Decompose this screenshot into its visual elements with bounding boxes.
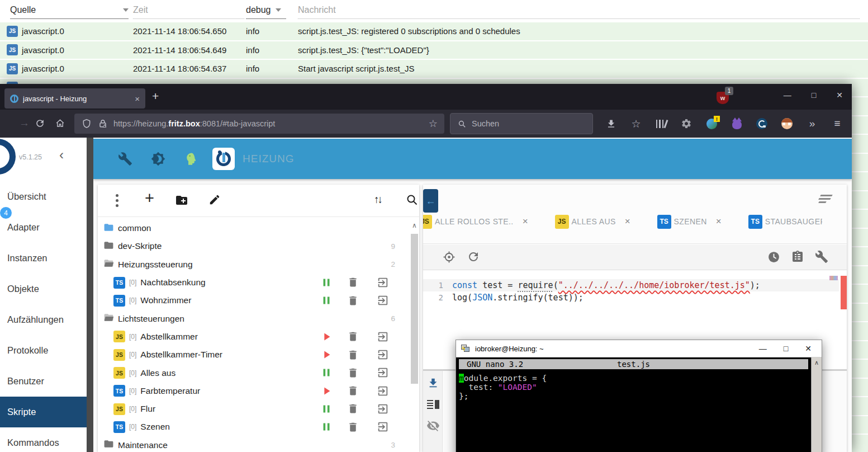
tab-menu-icon[interactable] (819, 195, 832, 205)
minimize-button[interactable]: — (784, 91, 791, 100)
brightness-icon[interactable] (151, 152, 165, 166)
home-button[interactable] (55, 118, 65, 131)
tree-scrollbar[interactable]: ∧ (410, 219, 419, 452)
script-pause-button[interactable] (320, 366, 333, 379)
sort-icon[interactable]: ↑↓ (374, 194, 381, 206)
tree-script-abstellkammer-timer[interactable]: JS[0]Abstellkammer-Timer (98, 346, 410, 364)
script-export-button[interactable] (377, 349, 389, 361)
script-export-button[interactable] (377, 276, 389, 289)
maximize-button[interactable]: □ (784, 344, 788, 353)
kebab-menu-icon[interactable] (116, 194, 118, 209)
tracking-shield-icon[interactable] (81, 118, 92, 129)
script-delete-button[interactable] (347, 276, 359, 289)
script-start-button[interactable] (320, 331, 333, 343)
sidebar-item-instanzen[interactable]: Instanzen (0, 243, 87, 274)
close-button[interactable]: ✕ (836, 91, 843, 100)
tree-folder-common[interactable]: common (98, 219, 410, 237)
script-delete-button[interactable] (347, 385, 359, 397)
add-script-button[interactable]: + (145, 189, 154, 208)
collapse-drawer-icon[interactable]: ‹ (59, 147, 64, 163)
script-pause-button[interactable] (320, 421, 333, 433)
minimize-button[interactable]: — (759, 344, 767, 353)
editor-tab-szenen[interactable]: TSSZENEN× (657, 215, 722, 229)
editor-tab-staubsauger[interactable]: TSSTAUBSAUGER (748, 215, 822, 229)
maximize-button[interactable]: □ (812, 91, 816, 100)
gear-extension-icon[interactable] (680, 117, 693, 130)
tree-script-abstellkammer[interactable]: JS[0]Abstellkammer (98, 328, 410, 346)
tree-script-szenen[interactable]: TS[0]Szenen (98, 418, 410, 436)
script-delete-button[interactable] (347, 403, 359, 415)
tree-folder-lichtsteuerungen[interactable]: Lichtsteuerungen6 (98, 309, 410, 327)
terminal-lines[interactable]: module.exports = { test: "LOADED"}; (459, 374, 808, 401)
script-export-button[interactable] (377, 294, 389, 307)
lock-circle-extension-icon[interactable] (755, 117, 769, 130)
script-delete-button[interactable] (347, 421, 359, 433)
locate-icon[interactable] (442, 250, 456, 266)
download-log-icon[interactable] (426, 376, 440, 390)
expert-head-icon[interactable] (184, 152, 198, 166)
tab-close-icon[interactable]: × (523, 216, 528, 227)
sidebar-item-skripte[interactable]: Skripte (0, 397, 87, 427)
script-delete-button[interactable] (347, 349, 359, 361)
log-lines-icon[interactable] (426, 398, 440, 411)
tree-script-wohnzimmer[interactable]: TS[0]Wohnzimmer (98, 291, 410, 309)
tree-script-flur[interactable]: JS[0]Flur (98, 400, 410, 418)
scroll-up-icon[interactable]: ∧ (812, 359, 822, 366)
script-pause-button[interactable] (320, 403, 333, 415)
bookmark-star-icon[interactable]: ☆ (429, 117, 438, 130)
script-export-button[interactable] (377, 385, 389, 397)
purple-cat-extension-icon[interactable] (730, 117, 743, 130)
avatar-extension-icon[interactable] (780, 117, 794, 130)
new-tab-button[interactable]: + (152, 90, 159, 103)
sidebar-item-objekte[interactable]: Objekte (0, 274, 87, 304)
script-export-button[interactable] (377, 403, 389, 415)
url-bar[interactable]: https://heizung.fritz.box:8081/#tab-java… (74, 114, 444, 134)
log-filter-message[interactable]: Nachricht (298, 5, 336, 15)
script-delete-button[interactable] (347, 331, 359, 343)
sidebar-item-protokolle[interactable]: Protokolle (0, 335, 87, 366)
settings-wrench-icon[interactable] (815, 250, 828, 266)
tree-folder-dev-skripte[interactable]: dev-Skripte9 (98, 237, 410, 255)
reload-button[interactable] (35, 118, 45, 131)
sidebar-item-übersicht[interactable]: Übersicht (0, 181, 87, 212)
globe-warning-extension-icon[interactable]: ! (705, 117, 718, 130)
script-start-button[interactable] (320, 349, 333, 361)
log-filter-level[interactable]: debug (246, 5, 281, 15)
library-icon[interactable] (654, 117, 668, 130)
clipboard-icon[interactable] (791, 250, 804, 266)
putty-titlebar[interactable]: ϟ iobroker@Heizung: ~ — □ ✕ (456, 340, 822, 357)
scroll-up-icon[interactable]: ∧ (410, 222, 419, 229)
lock-warning-icon[interactable] (97, 118, 108, 129)
tree-script-nachtabsenkung[interactable]: TS[0]Nachtabsenkung (98, 274, 410, 291)
refresh-icon[interactable] (467, 250, 480, 266)
script-export-button[interactable] (377, 421, 389, 433)
tree-folder-heizungssteuerung[interactable]: Heizungssteuerung2 (98, 256, 410, 274)
tree-script-alles-aus[interactable]: JS[0]Alles aus (98, 364, 410, 382)
bookmark-add-icon[interactable]: ☆ (629, 117, 643, 130)
editor-tab-alle-rollos-ste-[interactable]: JSALLE ROLLOS STE..× (423, 215, 528, 229)
log-filter-time[interactable]: Zeit (133, 5, 148, 15)
script-delete-button[interactable] (347, 366, 359, 379)
script-export-button[interactable] (377, 331, 389, 343)
add-folder-button[interactable] (175, 194, 188, 209)
log-filter-source[interactable]: Quelle (10, 5, 129, 15)
tree-folder-maintenance[interactable]: Maintenance3 (98, 436, 410, 452)
editor-tab-alles-aus[interactable]: JSALLES AUS× (555, 215, 630, 229)
putty-window[interactable]: ϟ iobroker@Heizung: ~ — □ ✕ GNU nano 3.2… (456, 340, 822, 452)
tab-close-icon[interactable]: × (135, 94, 140, 103)
script-pause-button[interactable] (320, 276, 333, 289)
script-pause-button[interactable] (320, 294, 333, 307)
sidebar-item-adapter[interactable]: Adapter4 (0, 212, 87, 243)
wrench-icon[interactable] (118, 152, 132, 166)
tab-close-icon[interactable]: × (716, 216, 722, 227)
tab-close-icon[interactable]: × (625, 216, 630, 227)
sidebar-item-kommandos[interactable]: Kommandos (0, 427, 87, 452)
close-button[interactable]: ✕ (805, 344, 812, 353)
overflow-chevron-icon[interactable]: » (805, 117, 819, 130)
tree-script-farbtemperatur[interactable]: TS[0]Farbtemperatur (98, 382, 410, 400)
scrollbar-thumb[interactable] (411, 234, 418, 384)
search-scripts-icon[interactable] (405, 193, 419, 209)
downloads-icon[interactable] (604, 117, 618, 130)
history-clock-icon[interactable] (767, 250, 781, 266)
extension-shield-icon[interactable]: w 1 (717, 88, 731, 105)
